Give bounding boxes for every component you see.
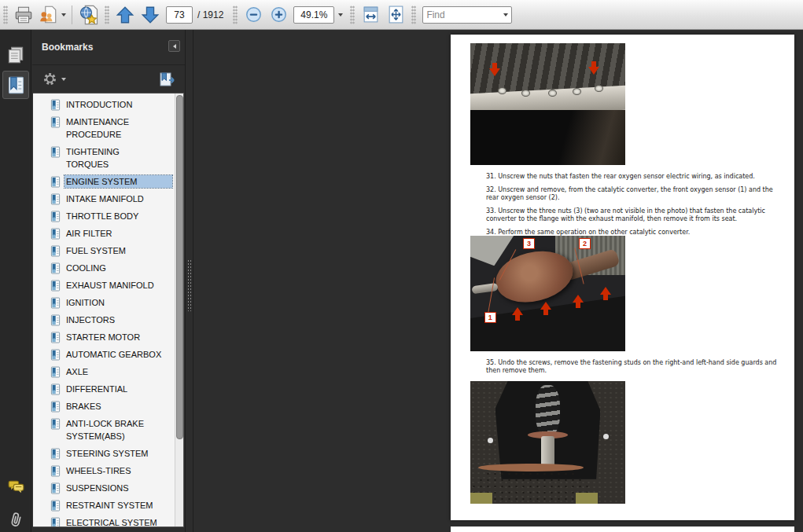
bookmark-item-throttle-body[interactable]: THROTTLE BODY [50, 210, 172, 222]
bookmarks-scrollbar-thumb[interactable] [176, 95, 183, 439]
panel-splitter[interactable] [185, 30, 193, 532]
red-arrow-up-icon [600, 287, 611, 300]
collapse-panel-button[interactable] [168, 40, 180, 52]
bookmark-page-icon [50, 383, 61, 395]
red-arrow-up-icon [573, 295, 584, 308]
share-button[interactable] [37, 3, 67, 27]
convert-globe-icon [78, 4, 100, 26]
bookmark-page-icon [50, 401, 61, 413]
bookmark-label: ELECTRICAL SYSTEM [66, 516, 162, 527]
prev-page-icon [115, 5, 135, 25]
zoom-out-icon [245, 6, 262, 23]
go-to-current-bookmark-button[interactable] [158, 70, 177, 92]
zoom-in-button[interactable] [267, 3, 290, 27]
bookmarks-panel-header: Bookmarks [32, 30, 185, 64]
bookmark-item-engine-system[interactable]: ENGINE SYSTEM [50, 175, 172, 188]
bookmarks-scrollbar[interactable] [175, 94, 183, 526]
bookmark-label: TIGHTENING TORQUES [66, 145, 162, 171]
bookmark-label: BRAKES [66, 400, 162, 413]
find-input[interactable] [426, 9, 500, 20]
bookmark-label: AIR FILTER [66, 227, 162, 240]
pdf-reader-window: / 1912 49.1% [0, 0, 803, 532]
bookmark-label: RESTRAINT SYSTEM [66, 499, 162, 512]
instruction-step: 35. Undo the screws, remove the fastenin… [486, 359, 780, 375]
bookmark-item-cooling[interactable]: COOLING [50, 262, 172, 274]
bookmark-item-injectors[interactable]: INJECTORS [50, 314, 172, 326]
attachments-panel-button[interactable] [2, 505, 29, 532]
zoom-dropdown-caret [338, 13, 343, 17]
bookmarks-icon [6, 75, 27, 96]
find-box [422, 6, 512, 24]
bookmark-item-fuel-system[interactable]: FUEL SYSTEM [50, 244, 172, 257]
previous-page-button[interactable] [113, 3, 137, 27]
toolbar-grip [411, 6, 416, 24]
bookmark-label: INJECTORS [66, 314, 162, 326]
bookmark-label: EXHAUST MANIFOLD [66, 279, 162, 292]
fit-page-button[interactable] [384, 3, 407, 27]
bookmark-item-introduction[interactable]: INTRODUCTION [50, 98, 172, 111]
fit-width-button[interactable] [359, 3, 382, 27]
bookmark-item-axle[interactable]: AXLE [50, 365, 172, 378]
red-arrow-down-icon [588, 61, 599, 75]
find-dropdown-icon[interactable] [503, 13, 508, 17]
web-convert-button[interactable] [77, 3, 101, 27]
bookmark-item-restraint-system[interactable]: RESTRAINT SYSTEM [50, 499, 172, 512]
coil-spring [536, 385, 561, 437]
splitter-grip[interactable] [187, 259, 192, 311]
red-arrow-up-icon [512, 307, 523, 321]
bookmark-item-brakes[interactable]: BRAKES [50, 400, 172, 413]
bookmark-page-icon [50, 349, 61, 361]
zoom-out-button[interactable] [241, 3, 265, 27]
bookmark-item-suspensions[interactable]: SUSPENSIONS [50, 482, 172, 494]
collapse-panel-icon [173, 44, 176, 49]
bookmark-item-tightening-torques[interactable]: TIGHTENING TORQUES [50, 145, 172, 171]
instruction-step: 31. Unscrew the nuts that fasten the rea… [486, 173, 780, 181]
bookmark-item-ignition[interactable]: IGNITION [50, 296, 172, 309]
comments-icon [6, 477, 26, 497]
toolbar-grip [233, 6, 238, 24]
bookmark-label: THROTTLE BODY [66, 210, 162, 222]
bookmarks-panel-button[interactable] [2, 71, 29, 99]
bookmark-item-air-filter[interactable]: AIR FILTER [50, 227, 172, 240]
bookmark-item-starter-motor[interactable]: STARTER MOTOR [50, 331, 172, 343]
bookmark-page-icon [50, 297, 61, 309]
attachments-paperclip-icon [5, 508, 27, 530]
bookmark-label: MAINTENANCE PROCEDURE [66, 116, 162, 141]
bookmark-page-icon [50, 465, 61, 477]
zoom-in-icon [271, 6, 287, 23]
print-button[interactable] [12, 3, 35, 27]
bookmark-item-automatic-gearbox[interactable]: AUTOMATIC GEARBOX [50, 348, 172, 361]
page-thumbnails-icon [6, 45, 26, 65]
bookmark-page-icon [50, 116, 61, 128]
next-page-icon [140, 5, 160, 25]
comments-panel-button[interactable] [2, 472, 29, 501]
bookmarks-list: INTRODUCTION MAINTENANCE PROCEDURE TIGHT… [33, 93, 184, 527]
page-thumbnails-button[interactable] [2, 41, 29, 69]
bookmark-page-icon [50, 99, 61, 111]
bookmark-item-electrical-system[interactable]: ELECTRICAL SYSTEM [50, 516, 172, 527]
red-arrow-up-icon [540, 302, 551, 315]
toolbar-separator [72, 6, 72, 24]
bookmark-item-abs[interactable]: ANTI-LOCK BRAKE SYSTEM(ABS) [50, 417, 172, 442]
bookmarks-options-bar [32, 64, 185, 93]
bookmark-label: FUEL SYSTEM [66, 244, 162, 257]
bookmark-item-differential[interactable]: DIFFERENTIAL [50, 383, 172, 395]
bookmark-label: AUTOMATIC GEARBOX [66, 348, 162, 361]
page-number-input[interactable] [166, 6, 193, 24]
bookmark-item-steering-system[interactable]: STEERING SYSTEM [50, 447, 172, 460]
bookmark-item-intake-manifold[interactable]: INTAKE MANIFOLD [50, 193, 172, 205]
bookmark-page-icon [50, 211, 61, 222]
bookmark-page-icon [50, 262, 61, 274]
options-menu-button[interactable] [42, 71, 66, 87]
zoom-dropdown-button[interactable] [335, 3, 346, 27]
bookmark-label: DIFFERENTIAL [66, 383, 162, 395]
bookmark-item-exhaust-manifold[interactable]: EXHAUST MANIFOLD [50, 279, 172, 292]
callout-label-3: 3 [523, 238, 535, 249]
bookmark-item-maintenance-procedure[interactable]: MAINTENANCE PROCEDURE [50, 116, 172, 141]
bookmark-label: STEERING SYSTEM [66, 447, 162, 460]
next-page-button[interactable] [138, 3, 162, 27]
bookmark-page-icon [50, 500, 61, 512]
bookmark-item-wheels-tires[interactable]: WHEELS-TIRES [50, 464, 172, 477]
bookmark-label: SUSPENSIONS [66, 482, 162, 494]
zoom-level-display[interactable]: 49.1% [293, 6, 334, 24]
